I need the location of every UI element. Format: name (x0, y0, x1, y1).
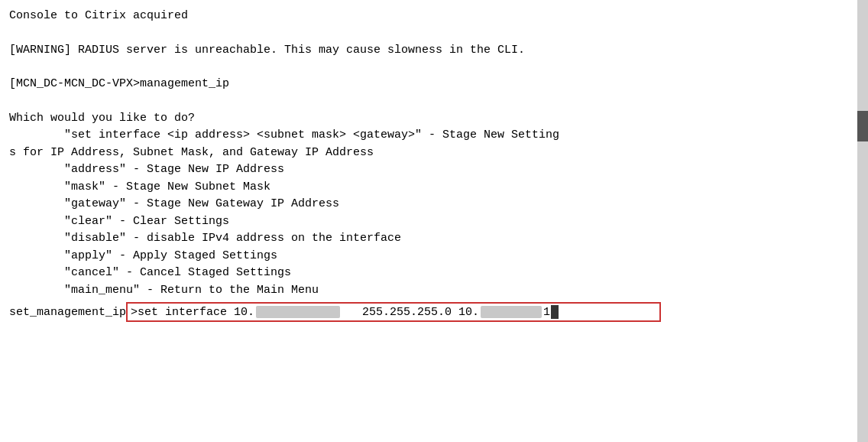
blurred-ip-2 (481, 306, 542, 318)
line-apply: "apply" - Apply Staged Settings (9, 248, 859, 265)
blank-line-1 (9, 25, 859, 42)
line-set-interface-cont: s for IP Address, Subnet Mask, and Gatew… (9, 145, 859, 162)
command-line[interactable]: set_management_ip >set interface 10. 255… (9, 302, 859, 322)
line-disable: "disable" - disable IPv4 address on the … (9, 230, 859, 248)
line-console-acquired: Console to Citrix acquired (9, 8, 859, 25)
scrollbar[interactable] (857, 0, 868, 442)
command-subnet: 255.255.255.0 10. (362, 306, 479, 319)
scrollbar-thumb[interactable] (857, 111, 868, 141)
line-which-would: Which would you like to do? (9, 110, 859, 128)
command-suffix: 1 (543, 306, 550, 319)
line-gateway: "gateway" - Stage New Gateway IP Address (9, 196, 859, 213)
line-warning-radius: [WARNING] RADIUS server is unreachable. … (9, 42, 859, 60)
line-clear: "clear" - Clear Settings (9, 213, 859, 231)
line-main-menu: "main_menu" - Return to the Main Menu (9, 282, 859, 300)
command-input-box[interactable]: >set interface 10. 255.255.255.0 10. 1 (126, 302, 661, 322)
line-set-interface: "set interface <ip address> <subnet mask… (9, 127, 859, 145)
command-middle (342, 306, 362, 319)
line-vpx-prompt: [MCN_DC-MCN_DC-VPX>management_ip (9, 76, 859, 93)
line-cancel: "cancel" - Cancel Staged Settings (9, 265, 859, 282)
line-address: "address" - Stage New IP Address (9, 161, 859, 179)
command-prefix: >set interface 10. (131, 306, 254, 319)
blank-line-2 (9, 59, 859, 76)
command-prompt: set_management_ip (9, 306, 126, 319)
cursor (551, 305, 559, 319)
terminal-window: Console to Citrix acquired [WARNING] RAD… (0, 0, 868, 442)
blurred-ip-1 (256, 306, 340, 318)
line-mask: "mask" - Stage New Subnet Mask (9, 179, 859, 197)
blank-line-3 (9, 93, 859, 110)
